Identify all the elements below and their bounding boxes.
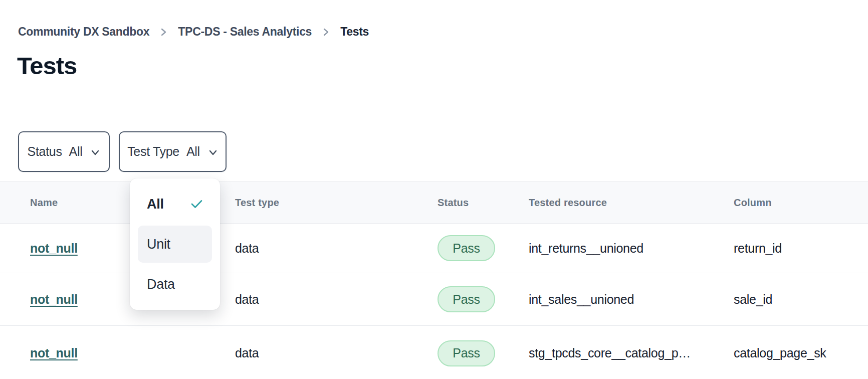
dropdown-option-unit-label: Unit — [147, 237, 170, 252]
chevron-down-icon — [90, 149, 100, 156]
tested-resource-cell: int_sales__unioned — [499, 292, 704, 307]
status-badge: Pass — [438, 340, 495, 366]
test-type-cell: data — [205, 346, 407, 360]
test-type-filter-label: Test Type — [127, 144, 179, 159]
breadcrumb-item-current: Tests — [340, 25, 369, 39]
dropdown-option-all[interactable]: All — [138, 185, 212, 223]
test-type-filter-value: All — [186, 144, 200, 159]
check-icon — [190, 199, 203, 209]
status-filter-label: Status — [28, 144, 62, 159]
dropdown-option-unit[interactable]: Unit — [138, 226, 212, 263]
column-cell: sale_id — [704, 292, 868, 307]
status-cell: Pass — [407, 235, 499, 261]
status-filter-value: All — [69, 144, 83, 159]
table-row: not_null data Pass stg_tpcds_core__catal… — [0, 326, 868, 379]
column-cell: return_id — [704, 241, 868, 256]
test-name-link[interactable]: not_null — [30, 346, 78, 360]
dropdown-option-data-label: Data — [147, 277, 175, 292]
column-header-status: Status — [407, 197, 499, 209]
tested-resource-cell: stg_tpcds_core__catalog_p… — [499, 346, 704, 360]
breadcrumb-item-project[interactable]: TPC-DS - Sales Analytics — [178, 25, 312, 39]
chevron-right-icon — [160, 27, 167, 37]
dropdown-option-all-label: All — [147, 197, 164, 212]
status-badge: Pass — [438, 235, 495, 261]
column-cell: catalog_page_sk — [704, 346, 868, 360]
page-title: Tests — [17, 52, 77, 80]
name-cell: not_null — [0, 346, 205, 360]
breadcrumb-item-sandbox[interactable]: Community DX Sandbox — [18, 25, 149, 39]
chevron-right-icon — [323, 27, 329, 37]
status-cell: Pass — [407, 340, 499, 366]
column-header-tested-resource: Tested resource — [499, 197, 704, 209]
column-header-test-type: Test type — [205, 197, 407, 209]
test-type-dropdown-menu: All Unit Data — [130, 178, 220, 310]
chevron-down-icon — [208, 149, 218, 156]
test-name-link[interactable]: not_null — [30, 241, 78, 255]
test-name-link[interactable]: not_null — [30, 292, 78, 306]
filter-bar: Status All Test Type All — [18, 131, 227, 172]
dropdown-option-data[interactable]: Data — [138, 266, 212, 303]
breadcrumb: Community DX Sandbox TPC-DS - Sales Anal… — [18, 25, 369, 39]
test-type-cell: data — [205, 292, 407, 307]
status-cell: Pass — [407, 286, 499, 312]
test-type-cell: data — [205, 241, 407, 256]
tested-resource-cell: int_returns__unioned — [499, 241, 704, 256]
test-type-filter-button[interactable]: Test Type All — [119, 131, 227, 172]
status-badge: Pass — [438, 286, 495, 312]
status-filter-button[interactable]: Status All — [18, 131, 110, 172]
column-header-column: Column — [704, 197, 868, 209]
